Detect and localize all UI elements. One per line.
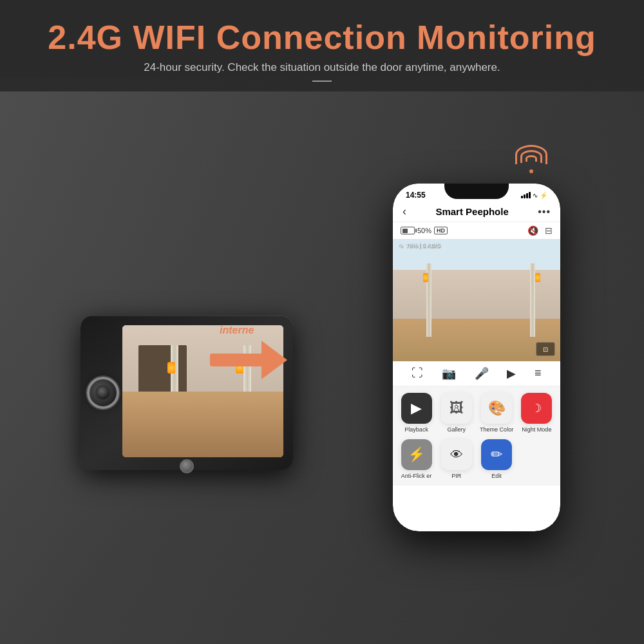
wifi-arc-3 — [526, 155, 537, 162]
mic-icon: 🎤 — [475, 366, 489, 381]
app-grid-row2: ⚡ Anti-Flick er 👁 PIR ✏ — [393, 439, 560, 486]
edit-icon: ✏ — [481, 439, 512, 470]
fullscreen-button[interactable]: ⛶ — [412, 366, 423, 381]
content-area: interne — [0, 103, 644, 644]
gallery-label: Gallery — [448, 426, 466, 433]
pip-button[interactable]: ⊡ — [536, 342, 555, 356]
porch-floor — [122, 392, 283, 458]
signal-strength: ∿ — [398, 242, 403, 249]
back-button[interactable]: ‹ — [402, 205, 406, 218]
anti-flicker-label: Anti-Flick er — [401, 473, 432, 479]
hd-badge: HD — [434, 227, 448, 234]
app-grid-row1: ▶ Playback 🖼 Gallery 🎨 — [393, 386, 560, 439]
camera-info-bar: 50% HD 🔇 ⊟ — [393, 222, 560, 239]
device-container: interne — [71, 238, 303, 509]
theme-color-icon: 🎨 — [481, 393, 512, 424]
signal-bars — [521, 192, 531, 198]
night-mode-label: Night Mode — [522, 426, 551, 433]
battery-status: 50% HD — [401, 227, 448, 234]
app-item-anti-flicker[interactable]: ⚡ Anti-Flick er — [398, 439, 435, 479]
pir-label: PIR — [451, 473, 461, 479]
mute-icon[interactable]: 🔇 — [527, 225, 538, 236]
arrow-head — [261, 341, 287, 379]
signal-speed: 76% | 5 KB/S — [406, 242, 440, 249]
main-title: 2.4G WIFI Connection Monitoring — [13, 19, 631, 56]
header-section: 2.4G WIFI Connection Monitoring 24-hour … — [0, 0, 644, 91]
menu-button[interactable]: ≡ — [535, 366, 542, 381]
app-item-theme-color[interactable]: 🎨 Theme Color — [478, 393, 515, 433]
divider — [312, 80, 332, 82]
feed-light-1 — [423, 273, 428, 282]
app-item-gallery[interactable]: 🖼 Gallery — [438, 393, 475, 433]
controls-row: ⛶ 📷 🎤 ▶ ≡ — [393, 361, 560, 386]
bar-1 — [521, 196, 523, 198]
feed-floor — [393, 319, 560, 362]
smartphone: 14:55 ∿ ⚡ ‹ Smart Pe — [393, 184, 560, 531]
phone-screen: 14:55 ∿ ⚡ ‹ Smart Pe — [393, 184, 560, 531]
night-mode-icon: ☽ — [521, 393, 552, 424]
layout-icon[interactable]: ⊟ — [545, 225, 553, 236]
feed-overlay-info: ∿ 76% | 5 KB/S — [398, 242, 440, 249]
status-icons: ∿ ⚡ — [521, 192, 547, 199]
feed-light-2 — [535, 273, 540, 282]
menu-icon: ≡ — [535, 366, 542, 380]
battery-lightning: ⚡ — [540, 192, 547, 199]
pip-icon: ⊡ — [543, 346, 548, 353]
bar-4 — [529, 192, 531, 198]
battery-fill — [402, 229, 408, 233]
bar-2 — [524, 194, 526, 198]
microphone-button[interactable]: 🎤 — [475, 366, 489, 381]
wifi-icon: ∿ — [533, 192, 538, 199]
camera-controls: 🔇 ⊟ — [527, 225, 553, 236]
pir-icon: 👁 — [441, 439, 472, 470]
camera-lens — [87, 377, 119, 409]
bar-3 — [526, 193, 528, 198]
screenshot-button[interactable]: 📷 — [442, 366, 456, 381]
porch-light-1 — [167, 362, 175, 374]
app-title: Smart Peephole — [435, 206, 508, 217]
arrow-body — [210, 354, 265, 366]
edit-label: Edit — [491, 473, 502, 479]
gallery-icon: 🖼 — [441, 393, 472, 424]
phone-container: 14:55 ∿ ⚡ ‹ Smart Pe — [393, 184, 573, 544]
camera-feed: ∿ 76% | 5 KB/S ⊡ — [393, 239, 560, 361]
wifi-dot — [529, 169, 533, 173]
phone-notch — [444, 184, 509, 199]
peephole-device — [80, 316, 293, 470]
playback-label: Playback — [404, 426, 428, 433]
device-button — [180, 459, 194, 473]
battery-percent: 50% — [417, 227, 431, 234]
status-time: 14:55 — [406, 191, 426, 200]
arrow-label: interne — [220, 325, 254, 336]
theme-color-label: Theme Color — [480, 426, 513, 433]
battery-indicator — [401, 227, 415, 234]
arrow-container: interne — [210, 341, 287, 379]
feed-scene — [393, 239, 560, 361]
subtitle: 24-hour security. Check the situation ou… — [13, 61, 631, 74]
playback-icon: ▶ — [401, 393, 432, 424]
app-item-pir[interactable]: 👁 PIR — [438, 439, 475, 479]
arrow: interne — [210, 341, 287, 379]
app-header: ‹ Smart Peephole ••• — [393, 202, 560, 222]
record-icon: ▶ — [507, 366, 516, 381]
more-options-button[interactable]: ••• — [538, 206, 551, 218]
wifi-signal-top — [515, 145, 547, 173]
app-item-edit[interactable]: ✏ Edit — [478, 439, 515, 479]
wifi-arcs — [515, 145, 547, 167]
feed-column-right — [530, 263, 535, 337]
anti-flicker-icon: ⚡ — [401, 439, 432, 470]
app-item-playback[interactable]: ▶ Playback — [398, 393, 435, 433]
camera-icon: 📷 — [442, 366, 456, 381]
record-button[interactable]: ▶ — [507, 366, 516, 381]
fullscreen-icon: ⛶ — [412, 366, 423, 380]
app-item-night-mode[interactable]: ☽ Night Mode — [518, 393, 555, 433]
